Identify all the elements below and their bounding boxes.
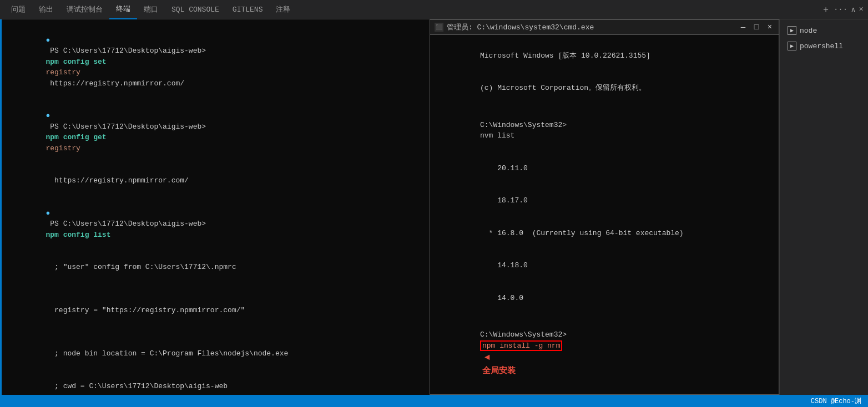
cmd-line-header1: Microsoft Windows [版本 10.0.22621.3155]: [437, 39, 772, 72]
powershell-icon: ▶: [788, 42, 796, 50]
status-text: CSDN @Echo-渊: [811, 396, 861, 406]
cmd-titlebar: ⬛ 管理员: C:\windows\system32\cmd.exe — □ ×: [430, 20, 779, 35]
tab-actions: ＋ ··· ∧ ×: [821, 4, 864, 16]
terminal-line-3e: [11, 327, 423, 338]
terminal-line-3d: registry = "https://registry.npmmirror.c…: [11, 294, 423, 327]
cmd-version4: 14.18.0: [437, 250, 772, 282]
tab-gitlens[interactable]: GITLENS: [226, 0, 270, 19]
cmd-version5: 14.0.0: [437, 282, 772, 314]
tab-comments[interactable]: 注释: [269, 0, 297, 19]
tab-issues[interactable]: 问题: [4, 0, 32, 19]
terminal-line-3g: ; cwd = C:\Users\17712\Desktop\aigis-web: [11, 370, 423, 395]
cmd-title-text: 管理员: C:\windows\system32\cmd.exe: [447, 22, 594, 32]
cmd-icon: ⬛: [435, 23, 443, 32]
terminal-line-3: ● PS C:\Users\17712\Desktop\aigis-web> n…: [11, 197, 423, 251]
sidebar-node-label: node: [800, 27, 817, 35]
sidebar-item-node[interactable]: ▶ node: [784, 24, 864, 37]
cmd-window: ⬛ 管理员: C:\windows\system32\cmd.exe — □ ×…: [430, 19, 779, 395]
collapse-button[interactable]: ∧: [851, 5, 855, 14]
tab-debug[interactable]: 调试控制台: [60, 0, 109, 19]
node-icon: ▶: [788, 26, 796, 35]
more-options-button[interactable]: ···: [834, 5, 847, 14]
cmd-maximize-button[interactable]: □: [752, 23, 761, 32]
sidebar-item-powershell[interactable]: ▶ powershell: [784, 39, 864, 53]
add-terminal-button[interactable]: ＋: [821, 4, 830, 16]
tab-terminal[interactable]: 终端: [109, 0, 137, 19]
status-bar: CSDN @Echo-渊: [0, 395, 868, 407]
terminal-left[interactable]: ● PS C:\Users\17712\Desktop\aigis-web> n…: [0, 19, 430, 395]
cmd-body: Microsoft Windows [版本 10.0.22621.3155] (…: [430, 35, 779, 394]
cmd-minimize-button[interactable]: —: [739, 23, 748, 32]
terminal-line-2: ● PS C:\Users\17712\Desktop\aigis-web> n…: [11, 100, 423, 165]
sidebar-powershell-label: powershell: [800, 42, 843, 50]
cmd-titlebar-actions: — □ ×: [739, 23, 774, 32]
cmd-version3: * 16.8.0 (Currently using 64-bit executa…: [437, 217, 772, 250]
close-panel-button[interactable]: ×: [859, 5, 864, 14]
terminal-line-3b: ; "user" config from C:\Users\17712\.npm…: [11, 251, 423, 284]
terminal-sidebar: ▶ node ▶ powershell: [779, 19, 868, 395]
cmd-title-left: ⬛ 管理员: C:\windows\system32\cmd.exe: [435, 22, 594, 32]
cmd-install-line: C:\Windows\System32> npm install -g nrm …: [437, 319, 772, 388]
tab-port[interactable]: 端口: [137, 0, 165, 19]
cmd-close-button[interactable]: ×: [765, 23, 774, 32]
terminal-line-1: ● PS C:\Users\17712\Desktop\aigis-web> n…: [11, 24, 423, 100]
cmd-line-header2: (c) Microsoft Corporation。保留所有权利。: [437, 72, 772, 105]
terminal-line-3f: ; node bin location = C:\Program Files\n…: [11, 338, 423, 370]
cmd-versions: 20.11.0: [437, 152, 772, 185]
main-content: ● PS C:\Users\17712\Desktop\aigis-web> n…: [0, 19, 868, 395]
tab-sql[interactable]: SQL CONSOLE: [165, 0, 226, 19]
cmd-added-packages: added 17 packages in 2s: [437, 390, 772, 394]
right-panel: ⬛ 管理员: C:\windows\system32\cmd.exe — □ ×…: [430, 19, 868, 395]
cmd-version2: 18.17.0: [437, 185, 772, 217]
tab-bar: 问题 输出 调试控制台 终端 端口 SQL CONSOLE GITLENS 注释…: [0, 0, 868, 19]
cmd-line-1: C:\Windows\System32> nvm list: [437, 109, 772, 152]
terminal-line-2b: https://registry.npmmirror.com/: [11, 165, 423, 197]
terminal-line-3c: [11, 283, 423, 294]
tab-output[interactable]: 输出: [32, 0, 60, 19]
